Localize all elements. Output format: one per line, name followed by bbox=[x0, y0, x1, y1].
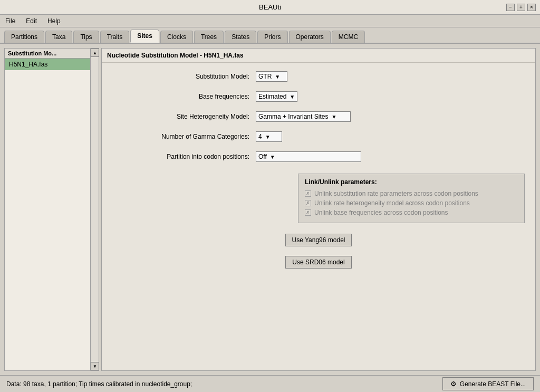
tab-mcmc[interactable]: MCMC bbox=[332, 31, 365, 43]
maximize-button[interactable]: + bbox=[517, 4, 525, 11]
site-heterogeneity-select[interactable]: Gamma + Invariant Sites ▼ bbox=[256, 111, 351, 122]
tab-priors[interactable]: Priors bbox=[257, 31, 287, 43]
window-controls[interactable]: − + × bbox=[506, 4, 536, 11]
status-bar: Data: 98 taxa, 1 partition; Tip times ca… bbox=[0, 375, 540, 392]
menu-file[interactable]: File bbox=[2, 16, 18, 26]
tab-operators[interactable]: Operators bbox=[289, 31, 331, 43]
tab-partitions[interactable]: Partitions bbox=[4, 31, 44, 43]
right-panel-header: Nucleotide Substitution Model - H5N1_HA.… bbox=[102, 49, 535, 63]
gamma-categories-label: Number of Gamma Categories: bbox=[112, 133, 249, 140]
site-heterogeneity-control: Gamma + Invariant Sites ▼ bbox=[256, 111, 351, 122]
tab-states[interactable]: States bbox=[225, 31, 256, 43]
link-unlink-box: Link/Unlink parameters: ✗ Unlink substit… bbox=[298, 174, 525, 223]
right-panel-body: Substitution Model: GTR ▼ Base frequenci… bbox=[102, 63, 535, 370]
scroll-track[interactable] bbox=[91, 57, 99, 362]
link-unlink-item-1: ✗ Unlink rate heterogeneity model across… bbox=[305, 199, 518, 207]
menu-bar: File Edit Help bbox=[0, 15, 540, 27]
tab-trees[interactable]: Trees bbox=[194, 31, 224, 43]
link-unlink-item-0: ✗ Unlink substitution rate parameters ac… bbox=[305, 190, 518, 197]
site-heterogeneity-row: Site Heterogeneity Model: Gamma + Invari… bbox=[112, 111, 525, 122]
menu-edit[interactable]: Edit bbox=[23, 16, 40, 26]
substitution-model-row: Substitution Model: GTR ▼ bbox=[112, 71, 525, 82]
substitution-model-control: GTR ▼ bbox=[256, 71, 287, 82]
gamma-categories-select[interactable]: 4 ▼ bbox=[256, 131, 282, 142]
title-bar: BEAUti − + × bbox=[0, 0, 540, 15]
tab-bar: Partitions Taxa Tips Traits Sites Clocks… bbox=[0, 27, 540, 44]
partition-codon-select[interactable]: Off ▼ bbox=[256, 151, 361, 162]
base-frequencies-select[interactable]: Estimated ▼ bbox=[256, 91, 297, 102]
gear-icon: ⚙ bbox=[450, 380, 457, 388]
right-panel: Nucleotide Substitution Model - H5N1_HA.… bbox=[101, 48, 536, 371]
site-heterogeneity-label: Site Heterogeneity Model: bbox=[112, 113, 249, 120]
app-title: BEAUti bbox=[259, 3, 281, 11]
tab-traits[interactable]: Traits bbox=[100, 31, 130, 43]
checkbox-unlink-heterogeneity: ✗ bbox=[305, 200, 311, 206]
list-item[interactable]: H5N1_HA.fas bbox=[5, 59, 90, 70]
chevron-down-icon: ▼ bbox=[290, 94, 295, 100]
checkbox-unlink-substitution: ✗ bbox=[305, 190, 311, 197]
status-text: Data: 98 taxa, 1 partition; Tip times ca… bbox=[6, 380, 192, 388]
srd06-button[interactable]: Use SRD06 model bbox=[285, 256, 351, 269]
checkbox-unlink-frequencies: ✗ bbox=[305, 209, 311, 216]
partition-codon-control: Off ▼ bbox=[256, 151, 361, 162]
substitution-model-label: Substitution Model: bbox=[112, 73, 249, 80]
tab-clocks[interactable]: Clocks bbox=[160, 31, 193, 43]
substitution-model-select[interactable]: GTR ▼ bbox=[256, 71, 287, 82]
chevron-down-icon: ▼ bbox=[275, 74, 280, 80]
main-content: Substitution Mo... H5N1_HA.fas ▲ ▼ Nucle… bbox=[0, 44, 540, 375]
link-unlink-item-2: ✗ Unlink base frequencies across codon p… bbox=[305, 209, 518, 216]
tab-sites[interactable]: Sites bbox=[130, 30, 159, 43]
menu-help[interactable]: Help bbox=[44, 16, 64, 26]
partition-codon-row: Partition into codon positions: Off ▼ bbox=[112, 151, 525, 162]
minimize-button[interactable]: − bbox=[506, 4, 515, 11]
left-panel-header: Substitution Mo... bbox=[5, 49, 90, 59]
base-frequencies-label: Base frequencies: bbox=[112, 93, 249, 100]
tab-tips[interactable]: Tips bbox=[73, 31, 99, 43]
close-button[interactable]: × bbox=[527, 4, 536, 11]
chevron-down-icon: ▼ bbox=[265, 134, 271, 140]
yang96-button[interactable]: Use Yang96 model bbox=[285, 234, 352, 246]
chevron-down-icon: ▼ bbox=[270, 154, 275, 160]
base-frequencies-row: Base frequencies: Estimated ▼ bbox=[112, 91, 525, 102]
chevron-down-icon: ▼ bbox=[331, 114, 336, 120]
gamma-categories-control: 4 ▼ bbox=[256, 131, 282, 142]
gamma-categories-row: Number of Gamma Categories: 4 ▼ bbox=[112, 131, 525, 142]
left-panel-scrollbar: ▲ ▼ bbox=[90, 49, 99, 370]
scroll-down-button[interactable]: ▼ bbox=[91, 362, 99, 370]
left-panel-list: H5N1_HA.fas bbox=[5, 59, 90, 370]
base-frequencies-control: Estimated ▼ bbox=[256, 91, 297, 102]
link-unlink-title: Link/Unlink parameters: bbox=[305, 178, 518, 186]
generate-beast-file-button[interactable]: ⚙ Generate BEAST File... bbox=[442, 377, 534, 390]
left-panel: Substitution Mo... H5N1_HA.fas ▲ ▼ bbox=[4, 48, 99, 371]
tab-taxa[interactable]: Taxa bbox=[45, 31, 72, 43]
scroll-up-button[interactable]: ▲ bbox=[91, 49, 99, 57]
left-panel-inner: Substitution Mo... H5N1_HA.fas bbox=[5, 49, 90, 370]
partition-codon-label: Partition into codon positions: bbox=[112, 153, 249, 160]
